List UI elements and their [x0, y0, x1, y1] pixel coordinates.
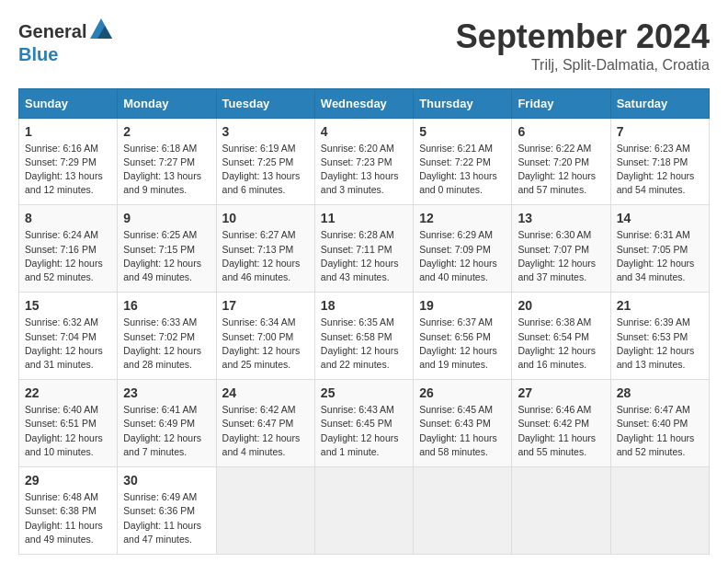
day-16: 16 Sunrise: 6:33 AMSunset: 7:02 PMDaylig… [118, 293, 216, 380]
day-5: 5 Sunrise: 6:21 AMSunset: 7:22 PMDayligh… [414, 118, 512, 205]
empty-cell-1 [216, 467, 314, 555]
week-3: 15 Sunrise: 6:32 AMSunset: 7:04 PMDaylig… [19, 293, 710, 380]
day-25: 25 Sunrise: 6:43 AMSunset: 6:45 PMDaylig… [314, 380, 413, 467]
logo: General Blue [18, 18, 114, 64]
weekday-header-row: Sunday Monday Tuesday Wednesday Thursday… [19, 88, 710, 118]
header-thursday: Thursday [414, 88, 512, 118]
day-26: 26 Sunrise: 6:45 AMSunset: 6:43 PMDaylig… [414, 380, 512, 467]
day-10: 10 Sunrise: 6:27 AMSunset: 7:13 PMDaylig… [216, 205, 314, 293]
location-title: Trilj, Split-Dalmatia, Croatia [456, 57, 710, 74]
week-4: 22 Sunrise: 6:40 AMSunset: 6:51 PMDaylig… [19, 380, 710, 467]
day-4: 4 Sunrise: 6:20 AMSunset: 7:23 PMDayligh… [314, 118, 413, 205]
empty-cell-5 [610, 467, 709, 555]
day-28: 28 Sunrise: 6:47 AMSunset: 6:40 PMDaylig… [610, 380, 709, 467]
week-2: 8 Sunrise: 6:24 AMSunset: 7:16 PMDayligh… [19, 205, 710, 293]
day-15: 15 Sunrise: 6:32 AMSunset: 7:04 PMDaylig… [19, 293, 118, 380]
empty-cell-2 [314, 467, 413, 555]
day-14: 14 Sunrise: 6:31 AMSunset: 7:05 PMDaylig… [610, 205, 709, 293]
logo-icon [88, 17, 114, 42]
logo-general: General [18, 21, 86, 41]
day-8: 8 Sunrise: 6:24 AMSunset: 7:16 PMDayligh… [19, 205, 118, 293]
day-27: 27 Sunrise: 6:46 AMSunset: 6:42 PMDaylig… [512, 380, 610, 467]
day-23: 23 Sunrise: 6:41 AMSunset: 6:49 PMDaylig… [118, 380, 216, 467]
day-21: 21 Sunrise: 6:39 AMSunset: 6:53 PMDaylig… [610, 293, 709, 380]
week-5: 29 Sunrise: 6:48 AMSunset: 6:38 PMDaylig… [19, 467, 710, 555]
title-block: September 2024 Trilj, Split-Dalmatia, Cr… [456, 18, 710, 74]
header-monday: Monday [118, 88, 216, 118]
header-wednesday: Wednesday [314, 88, 413, 118]
day-6: 6 Sunrise: 6:22 AMSunset: 7:20 PMDayligh… [512, 118, 610, 205]
day-22: 22 Sunrise: 6:40 AMSunset: 6:51 PMDaylig… [19, 380, 118, 467]
header-friday: Friday [512, 88, 610, 118]
month-title: September 2024 [456, 18, 710, 55]
day-11: 11 Sunrise: 6:28 AMSunset: 7:11 PMDaylig… [314, 205, 413, 293]
day-17: 17 Sunrise: 6:34 AMSunset: 7:00 PMDaylig… [216, 293, 314, 380]
week-1: 1 Sunrise: 6:16 AMSunset: 7:29 PMDayligh… [19, 118, 710, 205]
day-2: 2 Sunrise: 6:18 AMSunset: 7:27 PMDayligh… [118, 118, 216, 205]
day-12: 12 Sunrise: 6:29 AMSunset: 7:09 PMDaylig… [414, 205, 512, 293]
page-header: General Blue September 2024 Trilj, Split… [18, 18, 710, 74]
day-13: 13 Sunrise: 6:30 AMSunset: 7:07 PMDaylig… [512, 205, 610, 293]
day-19: 19 Sunrise: 6:37 AMSunset: 6:56 PMDaylig… [414, 293, 512, 380]
empty-cell-4 [512, 467, 610, 555]
day-24: 24 Sunrise: 6:42 AMSunset: 6:47 PMDaylig… [216, 380, 314, 467]
calendar-table: Sunday Monday Tuesday Wednesday Thursday… [18, 88, 710, 555]
day-20: 20 Sunrise: 6:38 AMSunset: 6:54 PMDaylig… [512, 293, 610, 380]
logo-blue: Blue [18, 44, 114, 64]
empty-cell-3 [414, 467, 512, 555]
day-30: 30 Sunrise: 6:49 AMSunset: 6:36 PMDaylig… [118, 467, 216, 555]
day-18: 18 Sunrise: 6:35 AMSunset: 6:58 PMDaylig… [314, 293, 413, 380]
day-3: 3 Sunrise: 6:19 AMSunset: 7:25 PMDayligh… [216, 118, 314, 205]
header-tuesday: Tuesday [216, 88, 314, 118]
day-1: 1 Sunrise: 6:16 AMSunset: 7:29 PMDayligh… [19, 118, 118, 205]
day-9: 9 Sunrise: 6:25 AMSunset: 7:15 PMDayligh… [118, 205, 216, 293]
day-7: 7 Sunrise: 6:23 AMSunset: 7:18 PMDayligh… [610, 118, 709, 205]
header-sunday: Sunday [19, 88, 118, 118]
day-29: 29 Sunrise: 6:48 AMSunset: 6:38 PMDaylig… [19, 467, 118, 555]
header-saturday: Saturday [610, 88, 709, 118]
